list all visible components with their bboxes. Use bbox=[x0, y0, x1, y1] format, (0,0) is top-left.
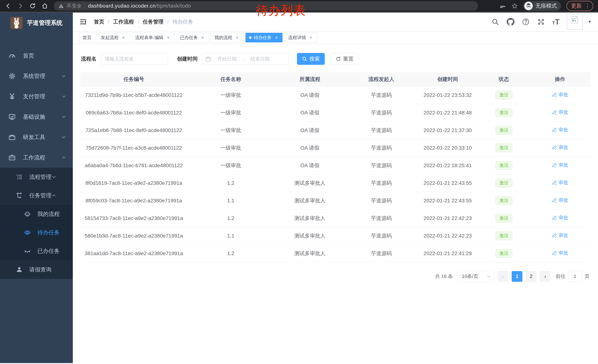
browser-update-button[interactable]: 更新 ⋮ bbox=[566, 1, 593, 11]
col-actions: 操作 bbox=[529, 72, 590, 86]
sidebar-item-done-tasks[interactable]: 已办任务 bbox=[0, 242, 73, 260]
status-badge: 激活 bbox=[496, 231, 512, 240]
approve-link[interactable]: 审批 bbox=[552, 250, 568, 256]
next-page-button[interactable]: › bbox=[540, 271, 551, 282]
cell-created: 2022-01-21 22:42:23 bbox=[417, 227, 478, 245]
page-number-2[interactable]: 2 bbox=[526, 271, 537, 282]
reset-button[interactable]: 重置 bbox=[331, 53, 358, 65]
tree-list-icon bbox=[16, 173, 23, 181]
github-icon[interactable] bbox=[507, 18, 515, 26]
approve-link[interactable]: 审批 bbox=[552, 197, 568, 203]
breadcrumb-workflow[interactable]: 工作流程 bbox=[113, 18, 134, 25]
url-text[interactable]: dashboard.yudao.iocoder.cn/bpm/task/todo bbox=[88, 3, 191, 9]
tab-start-process[interactable]: 发起流程× bbox=[97, 33, 130, 42]
avatar-caret-icon[interactable]: ▼ bbox=[588, 19, 592, 24]
active-dot bbox=[249, 36, 252, 39]
goto-page-input[interactable] bbox=[568, 271, 582, 282]
browser-menu-icon[interactable]: ⋮ bbox=[585, 3, 590, 9]
help-icon[interactable] bbox=[522, 18, 530, 26]
table-row: 8f0d1619-7ac8-11ec-a9e2-a2380e71991a 1.2… bbox=[80, 174, 590, 192]
close-icon[interactable]: × bbox=[200, 35, 205, 40]
approve-link[interactable]: 审批 bbox=[552, 91, 568, 98]
sidebar-item-home[interactable]: 首页 bbox=[0, 46, 73, 66]
edit-pencil-icon bbox=[552, 162, 557, 168]
end-date-input[interactable] bbox=[246, 56, 274, 62]
close-icon[interactable]: × bbox=[166, 35, 171, 40]
approve-link[interactable]: 审批 bbox=[552, 127, 568, 133]
url-bar[interactable]: 不安全 dashboard.yudao.iocoder.cn/bpm/task/… bbox=[54, 1, 478, 11]
sidebar-item-payment[interactable]: 支付管理 bbox=[0, 86, 73, 107]
approve-link[interactable]: 审批 bbox=[552, 144, 568, 151]
prev-page-button[interactable]: ‹ bbox=[498, 271, 508, 282]
forward-icon[interactable] bbox=[17, 3, 24, 9]
chevron-down-icon bbox=[61, 74, 66, 79]
cell-status: 激活 bbox=[478, 104, 530, 121]
edit-pencil-icon bbox=[552, 127, 557, 133]
browser-chrome: 不安全 dashboard.yudao.iocoder.cn/bpm/task/… bbox=[0, 0, 598, 13]
page-number-1[interactable]: 1 bbox=[512, 271, 523, 282]
breadcrumb-separator: / bbox=[138, 19, 139, 25]
page-size-select[interactable]: 10条/页 bbox=[457, 271, 494, 282]
approve-link[interactable]: 审批 bbox=[552, 215, 568, 221]
back-icon[interactable] bbox=[5, 3, 11, 9]
cell-action: 审批 bbox=[529, 245, 590, 262]
tab-process-detail[interactable]: 流程详情× bbox=[285, 33, 317, 42]
fullscreen-icon[interactable] bbox=[537, 18, 545, 26]
close-icon[interactable]: × bbox=[121, 35, 126, 40]
tab-home[interactable]: 首页 bbox=[79, 33, 95, 42]
approve-link[interactable]: 审批 bbox=[552, 232, 568, 239]
cell-initiator: 芋道源码 bbox=[346, 157, 417, 174]
approve-link[interactable]: 审批 bbox=[552, 109, 568, 115]
close-icon[interactable]: × bbox=[308, 35, 314, 40]
table-header-row: 任务编号 任务名称 所属流程 流程发起人 创建时间 状态 操作 bbox=[80, 72, 590, 86]
search-button[interactable]: 搜索 bbox=[297, 53, 325, 65]
close-icon[interactable]: × bbox=[234, 35, 240, 40]
start-date-input[interactable] bbox=[213, 56, 241, 62]
approve-link[interactable]: 审批 bbox=[552, 179, 568, 186]
font-size-icon[interactable]: TT bbox=[552, 18, 559, 26]
cell-status: 激活 bbox=[478, 157, 530, 174]
incognito-icon bbox=[524, 2, 533, 10]
tab-done-tasks[interactable]: 已办任务× bbox=[176, 33, 209, 42]
breadcrumb-task-mgmt[interactable]: 任务管理 bbox=[143, 18, 164, 25]
reload-icon[interactable] bbox=[29, 3, 36, 9]
cell-process: 测试多审批人 bbox=[274, 174, 346, 192]
date-range-picker[interactable]: - bbox=[202, 53, 288, 65]
cell-task-id: 75d72608-7b7f-11ec-a3c8-acde48001122 bbox=[80, 139, 187, 157]
cell-task-name: 1.2 bbox=[187, 245, 274, 262]
sidebar-item-devtools[interactable]: 研发工具 bbox=[0, 127, 73, 147]
col-created: 创建时间 bbox=[417, 72, 478, 86]
breadcrumb-home[interactable]: 首页 bbox=[94, 18, 104, 25]
home-icon[interactable] bbox=[42, 3, 48, 9]
tab-todo-tasks[interactable]: 待办任务× bbox=[245, 33, 282, 42]
monitor-icon bbox=[8, 113, 16, 121]
edit-pencil-icon bbox=[552, 198, 557, 203]
table-row: 75d72608-7b7f-11ec-a3c8-acde48001122 一级审… bbox=[80, 139, 590, 157]
sidebar-item-system[interactable]: 系统管理 bbox=[0, 66, 73, 86]
tab-my-process[interactable]: 我的流程× bbox=[211, 33, 243, 42]
security-label[interactable]: 不安全 bbox=[67, 3, 82, 9]
cell-initiator: 芋道源码 bbox=[346, 192, 417, 209]
avatar[interactable] bbox=[567, 14, 583, 30]
edit-pencil-icon bbox=[552, 251, 557, 256]
broken-image-icon bbox=[571, 16, 579, 24]
search-icon[interactable] bbox=[491, 18, 499, 26]
sidebar-collapse-icon[interactable] bbox=[79, 18, 87, 26]
app-logo-row[interactable]: 芋道管理系统 bbox=[0, 13, 73, 33]
sidebar-item-process-mgmt[interactable]: 流程管理 bbox=[0, 168, 73, 186]
incognito-badge: 无痕模式 bbox=[523, 1, 561, 11]
date-range-separator: - bbox=[243, 56, 244, 62]
sidebar-item-my-process[interactable]: 我的流程 bbox=[0, 205, 73, 223]
sidebar-item-todo-tasks[interactable]: 待办任务 bbox=[0, 223, 73, 242]
tab-form-edit[interactable]: 流程表单-编辑× bbox=[132, 33, 174, 42]
table-row: 73211d9d-7b9b-11ec-b5b7-acde48001122 一级审… bbox=[80, 86, 590, 104]
sidebar-item-infrastructure[interactable]: 基础设施 bbox=[0, 107, 73, 127]
close-icon[interactable]: × bbox=[274, 35, 279, 40]
approve-link[interactable]: 审批 bbox=[552, 162, 568, 168]
sidebar-item-leave-query[interactable]: 请假查询 bbox=[0, 260, 73, 279]
sidebar-item-workflow[interactable]: 工作流程 bbox=[0, 147, 73, 168]
password-key-icon[interactable] bbox=[500, 3, 506, 9]
sidebar-item-task-mgmt[interactable]: 任务管理 bbox=[0, 186, 73, 205]
process-name-input[interactable] bbox=[100, 53, 168, 65]
bookmark-star-icon[interactable] bbox=[512, 3, 518, 9]
